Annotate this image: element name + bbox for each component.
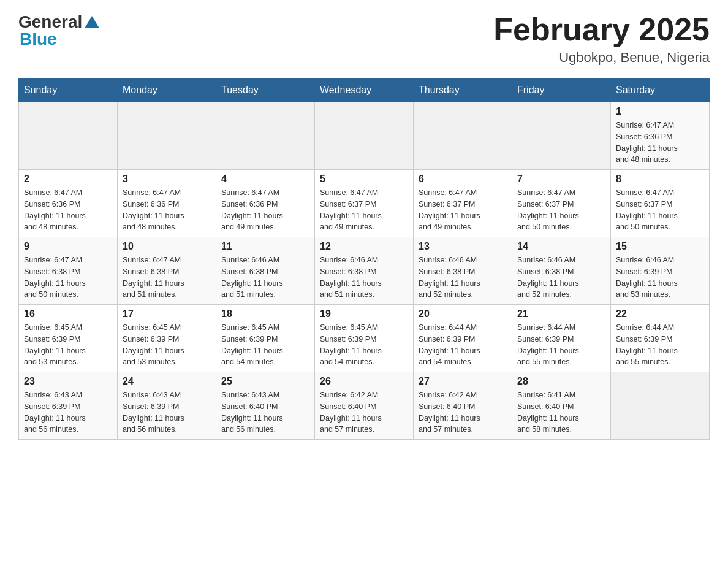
calendar-cell: 5Sunrise: 6:47 AM Sunset: 6:37 PM Daylig…	[315, 170, 414, 237]
weekday-header-tuesday: Tuesday	[216, 79, 315, 102]
day-number: 15	[616, 241, 704, 252]
calendar-cell: 8Sunrise: 6:47 AM Sunset: 6:37 PM Daylig…	[611, 170, 710, 237]
day-number: 24	[123, 376, 211, 387]
day-number: 20	[419, 308, 507, 320]
calendar-week-row: 2Sunrise: 6:47 AM Sunset: 6:36 PM Daylig…	[19, 170, 710, 237]
day-info: Sunrise: 6:47 AM Sunset: 6:37 PM Dayligh…	[616, 187, 704, 233]
calendar-title: February 2025	[493, 12, 710, 47]
weekday-header-sunday: Sunday	[19, 79, 118, 102]
calendar-cell: 12Sunrise: 6:46 AM Sunset: 6:38 PM Dayli…	[315, 237, 414, 305]
day-info: Sunrise: 6:42 AM Sunset: 6:40 PM Dayligh…	[419, 389, 507, 435]
weekday-header-friday: Friday	[512, 79, 611, 102]
day-number: 25	[221, 376, 309, 387]
calendar-table: SundayMondayTuesdayWednesdayThursdayFrid…	[18, 78, 710, 440]
calendar-cell: 27Sunrise: 6:42 AM Sunset: 6:40 PM Dayli…	[414, 372, 512, 440]
day-number: 7	[517, 174, 605, 185]
calendar-cell	[118, 102, 216, 170]
day-number: 6	[419, 174, 507, 185]
calendar-cell	[19, 102, 118, 170]
day-info: Sunrise: 6:43 AM Sunset: 6:40 PM Dayligh…	[221, 389, 309, 435]
day-info: Sunrise: 6:43 AM Sunset: 6:39 PM Dayligh…	[123, 389, 211, 435]
calendar-cell: 23Sunrise: 6:43 AM Sunset: 6:39 PM Dayli…	[19, 372, 118, 440]
day-info: Sunrise: 6:47 AM Sunset: 6:36 PM Dayligh…	[616, 120, 704, 166]
day-info: Sunrise: 6:46 AM Sunset: 6:39 PM Dayligh…	[616, 255, 704, 301]
calendar-cell	[216, 102, 315, 170]
day-info: Sunrise: 6:46 AM Sunset: 6:38 PM Dayligh…	[221, 255, 309, 301]
day-info: Sunrise: 6:45 AM Sunset: 6:39 PM Dayligh…	[123, 322, 211, 368]
day-info: Sunrise: 6:46 AM Sunset: 6:38 PM Dayligh…	[517, 255, 605, 301]
calendar-cell	[512, 102, 611, 170]
calendar-week-row: 23Sunrise: 6:43 AM Sunset: 6:39 PM Dayli…	[19, 372, 710, 440]
calendar-cell: 10Sunrise: 6:47 AM Sunset: 6:38 PM Dayli…	[118, 237, 216, 305]
calendar-cell: 28Sunrise: 6:41 AM Sunset: 6:40 PM Dayli…	[512, 372, 611, 440]
calendar-subtitle: Ugbokpo, Benue, Nigeria	[493, 50, 710, 66]
day-info: Sunrise: 6:47 AM Sunset: 6:37 PM Dayligh…	[320, 187, 408, 233]
calendar-cell: 22Sunrise: 6:44 AM Sunset: 6:39 PM Dayli…	[611, 305, 710, 372]
day-info: Sunrise: 6:46 AM Sunset: 6:38 PM Dayligh…	[320, 255, 408, 301]
calendar-cell: 6Sunrise: 6:47 AM Sunset: 6:37 PM Daylig…	[414, 170, 512, 237]
svg-marker-0	[85, 16, 99, 28]
title-block: February 2025 Ugbokpo, Benue, Nigeria	[493, 12, 710, 66]
calendar-cell: 19Sunrise: 6:45 AM Sunset: 6:39 PM Dayli…	[315, 305, 414, 372]
calendar-cell: 13Sunrise: 6:46 AM Sunset: 6:38 PM Dayli…	[414, 237, 512, 305]
calendar-cell	[611, 372, 710, 440]
day-info: Sunrise: 6:44 AM Sunset: 6:39 PM Dayligh…	[419, 322, 507, 368]
day-info: Sunrise: 6:47 AM Sunset: 6:36 PM Dayligh…	[24, 187, 112, 233]
calendar-cell: 11Sunrise: 6:46 AM Sunset: 6:38 PM Dayli…	[216, 237, 315, 305]
day-number: 1	[616, 106, 704, 117]
day-number: 16	[24, 308, 112, 320]
calendar-cell: 24Sunrise: 6:43 AM Sunset: 6:39 PM Dayli…	[118, 372, 216, 440]
day-info: Sunrise: 6:41 AM Sunset: 6:40 PM Dayligh…	[517, 389, 605, 435]
day-number: 13	[419, 241, 507, 252]
day-info: Sunrise: 6:47 AM Sunset: 6:38 PM Dayligh…	[123, 255, 211, 301]
weekday-header-row: SundayMondayTuesdayWednesdayThursdayFrid…	[19, 79, 710, 102]
calendar-cell: 7Sunrise: 6:47 AM Sunset: 6:37 PM Daylig…	[512, 170, 611, 237]
calendar-cell: 4Sunrise: 6:47 AM Sunset: 6:36 PM Daylig…	[216, 170, 315, 237]
day-info: Sunrise: 6:43 AM Sunset: 6:39 PM Dayligh…	[24, 389, 112, 435]
day-number: 18	[221, 308, 309, 320]
day-info: Sunrise: 6:45 AM Sunset: 6:39 PM Dayligh…	[221, 322, 309, 368]
day-number: 28	[517, 376, 605, 387]
calendar-cell: 3Sunrise: 6:47 AM Sunset: 6:36 PM Daylig…	[118, 170, 216, 237]
day-number: 10	[123, 241, 211, 252]
calendar-cell	[414, 102, 512, 170]
day-info: Sunrise: 6:45 AM Sunset: 6:39 PM Dayligh…	[24, 322, 112, 368]
day-number: 11	[221, 241, 309, 252]
day-number: 19	[320, 308, 408, 320]
day-number: 8	[616, 174, 704, 185]
calendar-cell	[315, 102, 414, 170]
day-number: 4	[221, 174, 309, 185]
day-number: 26	[320, 376, 408, 387]
calendar-cell: 15Sunrise: 6:46 AM Sunset: 6:39 PM Dayli…	[611, 237, 710, 305]
calendar-cell: 25Sunrise: 6:43 AM Sunset: 6:40 PM Dayli…	[216, 372, 315, 440]
calendar-cell: 18Sunrise: 6:45 AM Sunset: 6:39 PM Dayli…	[216, 305, 315, 372]
logo-triangle-icon	[83, 15, 100, 32]
logo-blue-text: Blue	[20, 29, 57, 49]
day-number: 21	[517, 308, 605, 320]
day-info: Sunrise: 6:47 AM Sunset: 6:37 PM Dayligh…	[517, 187, 605, 233]
day-info: Sunrise: 6:46 AM Sunset: 6:38 PM Dayligh…	[419, 255, 507, 301]
day-info: Sunrise: 6:47 AM Sunset: 6:36 PM Dayligh…	[221, 187, 309, 233]
day-info: Sunrise: 6:45 AM Sunset: 6:39 PM Dayligh…	[320, 322, 408, 368]
day-number: 5	[320, 174, 408, 185]
day-info: Sunrise: 6:47 AM Sunset: 6:38 PM Dayligh…	[24, 255, 112, 301]
calendar-cell: 2Sunrise: 6:47 AM Sunset: 6:36 PM Daylig…	[19, 170, 118, 237]
calendar-cell: 14Sunrise: 6:46 AM Sunset: 6:38 PM Dayli…	[512, 237, 611, 305]
calendar-cell: 17Sunrise: 6:45 AM Sunset: 6:39 PM Dayli…	[118, 305, 216, 372]
day-number: 27	[419, 376, 507, 387]
calendar-cell: 16Sunrise: 6:45 AM Sunset: 6:39 PM Dayli…	[19, 305, 118, 372]
day-number: 9	[24, 241, 112, 252]
day-number: 14	[517, 241, 605, 252]
day-number: 23	[24, 376, 112, 387]
calendar-cell: 26Sunrise: 6:42 AM Sunset: 6:40 PM Dayli…	[315, 372, 414, 440]
calendar-cell: 21Sunrise: 6:44 AM Sunset: 6:39 PM Dayli…	[512, 305, 611, 372]
logo: General Blue	[18, 12, 100, 49]
calendar-cell: 9Sunrise: 6:47 AM Sunset: 6:38 PM Daylig…	[19, 237, 118, 305]
weekday-header-saturday: Saturday	[611, 79, 710, 102]
day-number: 2	[24, 174, 112, 185]
calendar-week-row: 1Sunrise: 6:47 AM Sunset: 6:36 PM Daylig…	[19, 102, 710, 170]
day-info: Sunrise: 6:47 AM Sunset: 6:37 PM Dayligh…	[419, 187, 507, 233]
day-number: 17	[123, 308, 211, 320]
day-info: Sunrise: 6:42 AM Sunset: 6:40 PM Dayligh…	[320, 389, 408, 435]
day-info: Sunrise: 6:47 AM Sunset: 6:36 PM Dayligh…	[123, 187, 211, 233]
